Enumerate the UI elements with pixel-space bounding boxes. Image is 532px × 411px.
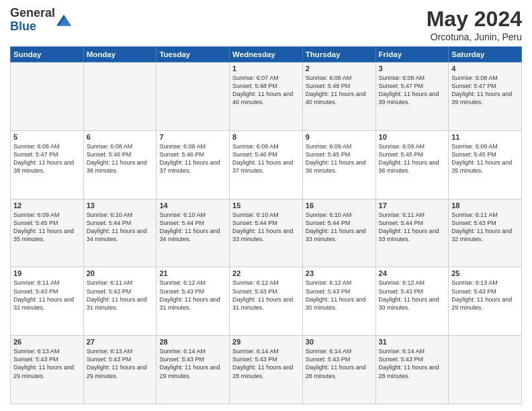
day-number: 28 (159, 338, 226, 346)
day-cell: 17Sunrise: 6:11 AM Sunset: 5:44 PM Dayli… (375, 199, 449, 267)
header-row: SundayMondayTuesdayWednesdayThursdayFrid… (11, 47, 522, 62)
week-row-2: 5Sunrise: 6:08 AM Sunset: 5:47 PM Daylig… (11, 130, 522, 199)
day-info: Sunrise: 6:08 AM Sunset: 5:46 PM Dayligh… (159, 142, 226, 175)
day-info: Sunrise: 6:11 AM Sunset: 5:43 PM Dayligh… (13, 279, 81, 312)
logo-general: General (10, 7, 55, 20)
day-cell: 6Sunrise: 6:08 AM Sunset: 5:46 PM Daylig… (83, 130, 157, 199)
header-sunday: Sunday (11, 47, 84, 62)
month-year: May 2024 (427, 7, 522, 32)
day-number: 1 (232, 64, 300, 73)
day-cell: 16Sunrise: 6:10 AM Sunset: 5:44 PM Dayli… (302, 199, 375, 267)
day-info: Sunrise: 6:11 AM Sunset: 5:44 PM Dayligh… (379, 211, 446, 244)
day-number: 3 (379, 64, 446, 73)
day-info: Sunrise: 6:09 AM Sunset: 5:45 PM Dayligh… (451, 142, 519, 175)
day-number: 12 (13, 201, 81, 210)
day-info: Sunrise: 6:08 AM Sunset: 5:47 PM Dayligh… (13, 142, 81, 175)
day-number: 19 (13, 269, 81, 277)
day-number: 6 (87, 133, 154, 141)
day-cell: 4Sunrise: 6:08 AM Sunset: 5:47 PM Daylig… (449, 62, 522, 131)
day-cell: 8Sunrise: 6:09 AM Sunset: 5:46 PM Daylig… (230, 130, 303, 199)
day-number: 7 (159, 133, 226, 141)
header-tuesday: Tuesday (157, 47, 230, 62)
title-block: May 2024 Orcotuna, Junin, Peru (427, 7, 522, 42)
day-cell: 18Sunrise: 6:11 AM Sunset: 5:43 PM Dayli… (449, 199, 522, 267)
day-number: 11 (451, 133, 519, 141)
day-info: Sunrise: 6:14 AM Sunset: 5:43 PM Dayligh… (379, 347, 446, 380)
logo-icon (56, 12, 71, 27)
day-number: 20 (87, 269, 154, 277)
day-cell: 5Sunrise: 6:08 AM Sunset: 5:47 PM Daylig… (11, 130, 84, 199)
day-number: 27 (87, 338, 154, 346)
day-info: Sunrise: 6:09 AM Sunset: 5:46 PM Dayligh… (232, 142, 300, 175)
week-row-5: 26Sunrise: 6:13 AM Sunset: 5:43 PM Dayli… (11, 336, 522, 404)
day-info: Sunrise: 6:11 AM Sunset: 5:43 PM Dayligh… (451, 211, 519, 244)
day-cell: 2Sunrise: 6:08 AM Sunset: 5:48 PM Daylig… (302, 62, 375, 131)
day-number: 14 (159, 201, 226, 210)
logo-text: General Blue (10, 7, 55, 34)
day-cell: 1Sunrise: 6:07 AM Sunset: 5:48 PM Daylig… (230, 62, 303, 131)
header-thursday: Thursday (302, 47, 375, 62)
day-info: Sunrise: 6:09 AM Sunset: 5:45 PM Dayligh… (379, 142, 446, 175)
day-number: 15 (232, 201, 300, 210)
week-row-1: 1Sunrise: 6:07 AM Sunset: 5:48 PM Daylig… (11, 62, 522, 131)
day-number: 24 (379, 269, 446, 277)
day-number: 31 (379, 338, 446, 346)
day-info: Sunrise: 6:14 AM Sunset: 5:43 PM Dayligh… (306, 347, 373, 380)
day-info: Sunrise: 6:10 AM Sunset: 5:44 PM Dayligh… (306, 211, 373, 244)
day-cell: 23Sunrise: 6:12 AM Sunset: 5:43 PM Dayli… (302, 267, 375, 336)
day-cell (11, 62, 84, 131)
day-info: Sunrise: 6:12 AM Sunset: 5:43 PM Dayligh… (379, 279, 446, 312)
day-info: Sunrise: 6:08 AM Sunset: 5:46 PM Dayligh… (87, 142, 154, 175)
day-info: Sunrise: 6:12 AM Sunset: 5:43 PM Dayligh… (232, 279, 300, 312)
day-number: 30 (306, 338, 373, 346)
day-info: Sunrise: 6:12 AM Sunset: 5:43 PM Dayligh… (306, 279, 373, 312)
day-number: 5 (13, 133, 81, 141)
day-info: Sunrise: 6:12 AM Sunset: 5:43 PM Dayligh… (159, 279, 226, 312)
day-info: Sunrise: 6:08 AM Sunset: 5:47 PM Dayligh… (451, 74, 519, 107)
day-number: 10 (379, 133, 446, 141)
day-cell: 3Sunrise: 6:08 AM Sunset: 5:47 PM Daylig… (375, 62, 449, 131)
day-info: Sunrise: 6:10 AM Sunset: 5:44 PM Dayligh… (232, 211, 300, 244)
day-cell: 10Sunrise: 6:09 AM Sunset: 5:45 PM Dayli… (375, 130, 449, 199)
calendar-table: SundayMondayTuesdayWednesdayThursdayFrid… (10, 46, 522, 404)
day-cell: 11Sunrise: 6:09 AM Sunset: 5:45 PM Dayli… (449, 130, 522, 199)
day-cell: 30Sunrise: 6:14 AM Sunset: 5:43 PM Dayli… (302, 336, 375, 404)
header-saturday: Saturday (449, 47, 522, 62)
day-number: 25 (451, 269, 519, 277)
day-info: Sunrise: 6:08 AM Sunset: 5:47 PM Dayligh… (379, 74, 446, 107)
day-cell: 14Sunrise: 6:10 AM Sunset: 5:44 PM Dayli… (157, 199, 230, 267)
day-info: Sunrise: 6:09 AM Sunset: 5:45 PM Dayligh… (306, 142, 373, 175)
day-number: 23 (306, 269, 373, 277)
day-cell: 13Sunrise: 6:10 AM Sunset: 5:44 PM Dayli… (83, 199, 157, 267)
day-cell: 22Sunrise: 6:12 AM Sunset: 5:43 PM Dayli… (230, 267, 303, 336)
day-number: 9 (306, 133, 373, 141)
day-number: 22 (232, 269, 300, 277)
day-cell: 29Sunrise: 6:14 AM Sunset: 5:43 PM Dayli… (230, 336, 303, 404)
day-cell: 31Sunrise: 6:14 AM Sunset: 5:43 PM Dayli… (375, 336, 449, 404)
logo-blue: Blue (10, 20, 55, 34)
day-cell: 15Sunrise: 6:10 AM Sunset: 5:44 PM Dayli… (230, 199, 303, 267)
header-monday: Monday (83, 47, 157, 62)
header-friday: Friday (375, 47, 449, 62)
day-cell: 9Sunrise: 6:09 AM Sunset: 5:45 PM Daylig… (302, 130, 375, 199)
day-cell: 28Sunrise: 6:14 AM Sunset: 5:43 PM Dayli… (157, 336, 230, 404)
day-info: Sunrise: 6:11 AM Sunset: 5:43 PM Dayligh… (87, 279, 154, 312)
header-wednesday: Wednesday (230, 47, 303, 62)
day-info: Sunrise: 6:13 AM Sunset: 5:43 PM Dayligh… (87, 347, 154, 380)
location: Orcotuna, Junin, Peru (427, 32, 522, 42)
day-cell (449, 336, 522, 404)
day-cell: 20Sunrise: 6:11 AM Sunset: 5:43 PM Dayli… (83, 267, 157, 336)
header: General Blue May 2024 Orcotuna, Junin, P… (10, 7, 522, 42)
day-number: 13 (87, 201, 154, 210)
week-row-3: 12Sunrise: 6:09 AM Sunset: 5:45 PM Dayli… (11, 199, 522, 267)
day-info: Sunrise: 6:07 AM Sunset: 5:48 PM Dayligh… (232, 74, 300, 107)
day-info: Sunrise: 6:10 AM Sunset: 5:44 PM Dayligh… (159, 211, 226, 244)
day-info: Sunrise: 6:08 AM Sunset: 5:48 PM Dayligh… (306, 74, 373, 107)
day-number: 26 (13, 338, 81, 346)
day-number: 21 (159, 269, 226, 277)
day-number: 8 (232, 133, 300, 141)
day-number: 18 (451, 201, 519, 210)
day-number: 2 (306, 64, 373, 73)
week-row-4: 19Sunrise: 6:11 AM Sunset: 5:43 PM Dayli… (11, 267, 522, 336)
day-cell: 19Sunrise: 6:11 AM Sunset: 5:43 PM Dayli… (11, 267, 84, 336)
